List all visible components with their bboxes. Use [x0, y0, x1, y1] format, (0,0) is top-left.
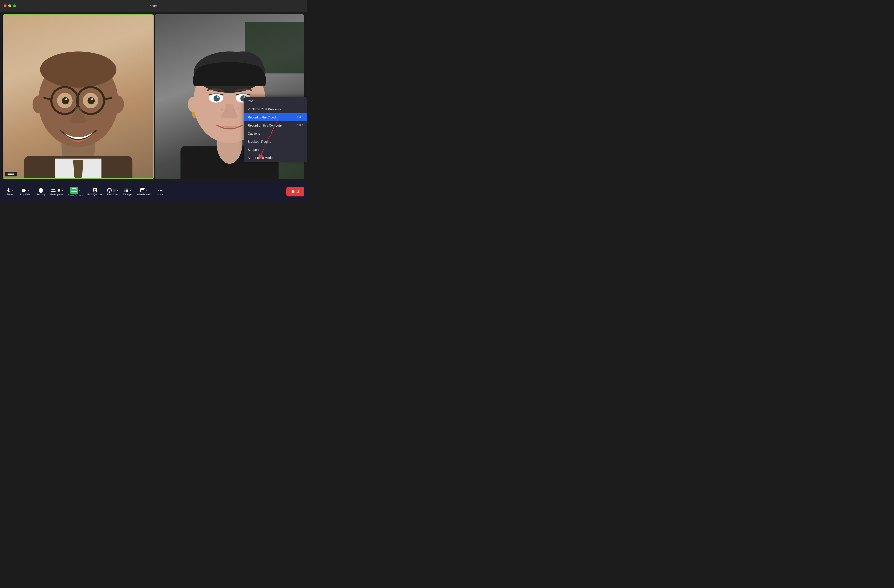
polls-icon [92, 188, 98, 193]
whiteboards-button[interactable]: ▲ Whiteboards [134, 186, 153, 198]
apps-label: 83 Apps [123, 193, 132, 196]
polls-quizzes-button[interactable]: Polls/Quizzes [85, 186, 105, 198]
svg-point-14 [88, 97, 95, 104]
dropdown-menu: Chat ✓ Show Chat Previews Record to the … [244, 97, 307, 162]
whiteboard-icon [140, 188, 145, 193]
participants-label: Participants [50, 193, 63, 196]
svg-point-29 [214, 95, 220, 102]
support-label: Support [248, 148, 259, 151]
stop-video-label: Stop Video [19, 193, 32, 196]
captions-label: Captions [248, 132, 260, 135]
participants-button[interactable]: ▲ Participants [48, 186, 66, 198]
mute-button[interactable]: ▲ Mute [3, 186, 17, 198]
svg-point-18 [111, 95, 124, 113]
person1-avatar [3, 15, 153, 178]
toolbar: ▲ Mute ▲ Stop Video Security [0, 182, 307, 201]
record-computer-label: Record on this Computer [248, 124, 283, 127]
svg-point-17 [33, 95, 45, 113]
menu-item-show-chat-previews[interactable]: ✓ Show Chat Previews [244, 105, 307, 113]
svg-line-9 [43, 98, 51, 100]
participant-video-1: ■■■■ [3, 15, 153, 178]
record-cloud-label: Record to the Cloud [248, 116, 276, 119]
video-panel-1: ■■■■ [3, 14, 154, 179]
svg-point-15 [65, 98, 68, 100]
show-chat-previews-label: Show Chat Previews [252, 107, 281, 111]
svg-point-37 [188, 96, 199, 112]
menu-item-chat[interactable]: Chat [244, 97, 307, 105]
share-screen-button[interactable]: ▲ Share Screen [66, 185, 85, 199]
emoji-icon [107, 188, 112, 193]
svg-point-5 [40, 51, 116, 87]
toolbar-items: ▲ Mute ▲ Stop Video Security [3, 185, 286, 199]
reactions-label: Reactions [107, 193, 118, 196]
record-computer-shortcut: ⇧⌘R [296, 124, 304, 127]
security-button[interactable]: Security [34, 186, 48, 198]
svg-point-36 [238, 107, 239, 109]
start-focus-mode-label: Start Focus Mode [248, 156, 273, 160]
participant-name-tag-1: ■■■■ [5, 172, 17, 176]
chat-label: Chat [248, 100, 254, 103]
reactions-button[interactable]: + ▲ Reactions [104, 186, 120, 198]
menu-item-support[interactable]: Support [244, 146, 307, 154]
mute-label: Mute [7, 193, 13, 196]
whiteboards-label: Whiteboards [137, 193, 151, 196]
share-screen-icon [71, 187, 77, 193]
stop-video-button[interactable]: ▲ Stop Video [17, 186, 34, 198]
svg-point-16 [91, 98, 93, 100]
svg-marker-3 [73, 160, 83, 178]
menu-item-record-cloud[interactable]: Record to the Cloud ⇧⌘C [244, 113, 307, 121]
main-content: ■■■■ [0, 12, 307, 182]
window-title: Zoom [150, 4, 158, 8]
svg-line-10 [104, 98, 112, 100]
breakout-rooms-label: Breakout Rooms [248, 140, 271, 143]
mic-icon [6, 188, 12, 193]
svg-point-31 [217, 96, 219, 98]
menu-item-record-computer[interactable]: Record on this Computer ⇧⌘R [244, 121, 307, 130]
video-icon [21, 188, 27, 193]
share-screen-label: Share Screen [68, 194, 83, 197]
more-label: More [158, 193, 163, 196]
more-button[interactable]: More [153, 186, 168, 198]
close-button[interactable] [4, 5, 6, 8]
shield-icon [38, 188, 44, 193]
record-cloud-shortcut: ⇧⌘C [296, 116, 304, 119]
minimize-button[interactable] [8, 5, 11, 8]
title-bar: Zoom [0, 0, 307, 12]
svg-point-13 [62, 97, 69, 104]
menu-item-captions[interactable]: Captions [244, 130, 307, 137]
traffic-lights [4, 5, 16, 8]
end-button[interactable]: End [286, 187, 304, 196]
apps-icon [124, 188, 129, 193]
menu-item-start-focus-mode[interactable]: Start Focus Mode [244, 154, 307, 162]
more-icon [158, 188, 163, 193]
menu-item-breakout-rooms[interactable]: Breakout Rooms [244, 137, 307, 146]
checkmark-icon: ✓ [248, 107, 251, 111]
maximize-button[interactable] [13, 5, 16, 8]
svg-point-41 [57, 189, 60, 192]
polls-quizzes-label: Polls/Quizzes [88, 193, 103, 196]
apps-button[interactable]: ▲ 83 Apps [120, 186, 134, 198]
security-label: Security [36, 193, 45, 196]
people-icon [50, 188, 56, 193]
svg-point-33 [221, 109, 222, 110]
